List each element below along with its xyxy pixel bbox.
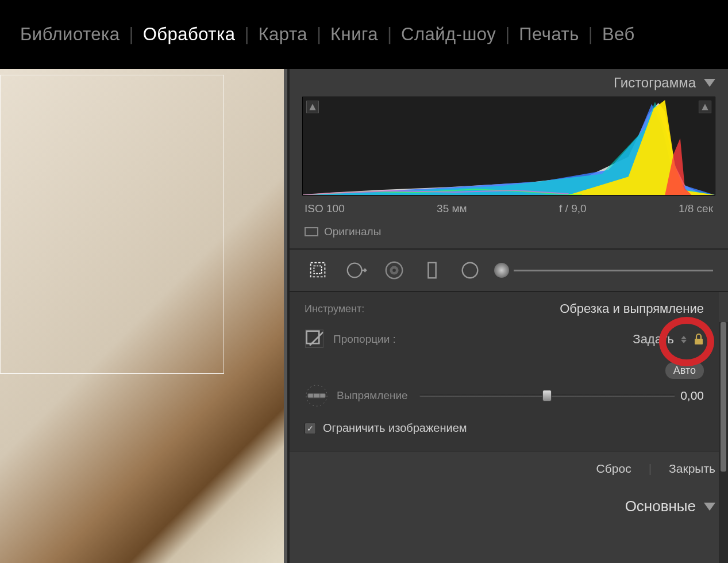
exif-shutter: 1/8 сек bbox=[679, 202, 713, 215]
module-separator: | bbox=[387, 24, 392, 45]
svg-point-9 bbox=[463, 263, 478, 278]
spot-removal-button[interactable] bbox=[342, 256, 370, 284]
adjustment-brush-button[interactable] bbox=[494, 263, 713, 278]
module-develop[interactable]: Обработка bbox=[143, 24, 236, 45]
auto-straighten-button[interactable]: Авто bbox=[665, 362, 704, 379]
originals-icon bbox=[305, 227, 318, 236]
originals-row[interactable]: Оригиналы bbox=[290, 221, 728, 250]
module-nav: Библиотека | Обработка | Карта | Книга |… bbox=[0, 0, 728, 69]
chevron-down-icon[interactable] bbox=[704, 503, 715, 511]
histogram-graph bbox=[303, 97, 715, 195]
straighten-label: Выпрямление bbox=[337, 389, 408, 402]
module-separator: | bbox=[588, 24, 593, 45]
svg-rect-12 bbox=[695, 339, 703, 344]
action-separator: | bbox=[649, 462, 652, 476]
basic-panel-header[interactable]: Основные bbox=[290, 487, 728, 521]
aspect-stepper[interactable] bbox=[681, 336, 687, 343]
svg-point-4 bbox=[348, 263, 362, 278]
histogram[interactable] bbox=[302, 97, 715, 196]
module-web[interactable]: Веб bbox=[602, 24, 635, 45]
tool-label: Инструмент: bbox=[305, 303, 364, 315]
svg-rect-3 bbox=[314, 266, 321, 273]
svg-rect-8 bbox=[428, 263, 436, 278]
module-separator: | bbox=[505, 24, 510, 45]
module-map[interactable]: Карта bbox=[259, 24, 307, 45]
module-print[interactable]: Печать bbox=[519, 24, 579, 45]
svg-rect-2 bbox=[311, 263, 325, 277]
straighten-slider-thumb[interactable] bbox=[542, 390, 552, 401]
exif-focal: 35 мм bbox=[437, 202, 467, 215]
image-preview[interactable] bbox=[0, 69, 287, 563]
aspect-value-dropdown[interactable]: Задать bbox=[633, 332, 674, 347]
brush-slider-line bbox=[514, 270, 713, 271]
module-book[interactable]: Книга bbox=[330, 24, 378, 45]
right-panel: Гистограмма ISO 100 35 мм f / bbox=[287, 69, 728, 563]
brush-icon bbox=[494, 263, 509, 278]
photo-content bbox=[0, 69, 284, 563]
redeye-tool-button[interactable] bbox=[380, 256, 408, 284]
svg-point-7 bbox=[392, 269, 396, 272]
exif-aperture: f / 9,0 bbox=[559, 202, 587, 215]
reset-button[interactable]: Сброс bbox=[596, 462, 631, 476]
tool-strip bbox=[290, 250, 728, 292]
scrollbar-thumb[interactable] bbox=[721, 322, 726, 472]
tool-name: Обрезка и выпрямление bbox=[560, 301, 704, 316]
crop-tool-button[interactable] bbox=[305, 256, 332, 284]
aspect-label: Пропорции : bbox=[333, 333, 396, 346]
graduated-filter-button[interactable] bbox=[418, 256, 446, 284]
module-separator: | bbox=[317, 24, 321, 45]
histogram-title: Гистограмма bbox=[614, 75, 696, 91]
originals-label: Оригиналы bbox=[324, 225, 381, 238]
close-button[interactable]: Закрыть bbox=[669, 462, 715, 476]
panel-scrollbar[interactable] bbox=[719, 322, 728, 563]
constrain-checkbox[interactable]: ✓ bbox=[305, 423, 316, 434]
module-slideshow[interactable]: Слайд-шоу bbox=[401, 24, 496, 45]
svg-rect-11 bbox=[306, 330, 323, 348]
straighten-slider[interactable] bbox=[419, 395, 675, 397]
module-separator: | bbox=[129, 24, 134, 45]
exif-iso: ISO 100 bbox=[305, 202, 345, 215]
basic-title: Основные bbox=[625, 497, 696, 515]
exif-row: ISO 100 35 мм f / 9,0 1/8 сек bbox=[290, 200, 728, 221]
crop-action-row: Сброс | Закрыть bbox=[290, 451, 728, 487]
constrain-label: Ограничить изображением bbox=[323, 422, 467, 435]
straighten-value[interactable]: 0,00 bbox=[675, 389, 704, 403]
chevron-down-icon[interactable] bbox=[704, 79, 715, 87]
module-library[interactable]: Библиотека bbox=[20, 24, 120, 45]
lock-icon[interactable] bbox=[694, 333, 704, 346]
histogram-panel-header[interactable]: Гистограмма bbox=[290, 69, 728, 97]
straighten-level-icon[interactable] bbox=[305, 384, 329, 408]
aspect-crop-icon[interactable] bbox=[305, 329, 325, 350]
radial-filter-button[interactable] bbox=[456, 256, 484, 284]
module-separator: | bbox=[244, 24, 249, 45]
svg-rect-14 bbox=[308, 393, 326, 398]
